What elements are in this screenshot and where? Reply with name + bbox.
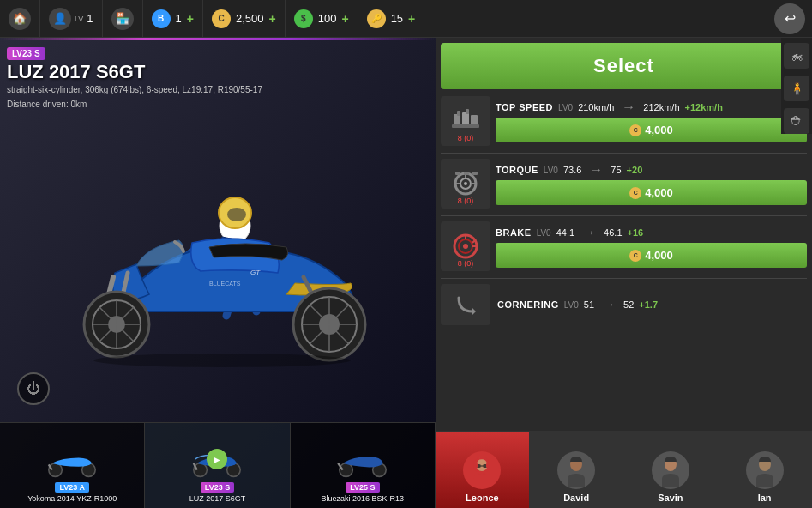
svg-rect-52 bbox=[486, 463, 490, 468]
torque-lv: LV0 bbox=[544, 166, 558, 175]
driver-ian-name: Ian bbox=[758, 493, 772, 503]
carousel-item-2[interactable]: LV25 S Bluezaki 2016 BSK-R13 bbox=[291, 423, 436, 508]
key-plus[interactable]: + bbox=[408, 12, 415, 26]
cornering-icon bbox=[452, 291, 479, 318]
svg-text:GT: GT bbox=[250, 269, 261, 276]
driver-leonce-avatar bbox=[463, 451, 501, 489]
drivers-row: Leonce David Savin bbox=[436, 431, 812, 508]
driver-ian[interactable]: Ian bbox=[718, 432, 812, 508]
mini-bike-2 bbox=[333, 442, 393, 481]
top-speed-label: TOP SPEED bbox=[496, 102, 553, 112]
cornering-lv: LV0 bbox=[564, 300, 579, 310]
carousel-name-0: Yokoma 2014 YKZ-R1000 bbox=[27, 494, 117, 503]
carousel-item-0[interactable]: LV23 A Yokoma 2014 YKZ-R1000 bbox=[0, 423, 145, 508]
driver-savin-name: Savin bbox=[658, 493, 683, 503]
bike-display: GT BLUECATS bbox=[0, 89, 436, 439]
home-button[interactable]: 🏠 bbox=[0, 0, 40, 37]
cash-plus[interactable]: + bbox=[341, 12, 348, 26]
driver-leonce-name: Leonce bbox=[466, 493, 499, 503]
cornering-info: CORNERING LV0 51 → 52 +1.7 bbox=[497, 297, 807, 312]
helmet-tab-icon[interactable]: ⛑ bbox=[784, 108, 809, 134]
brake-info: BRAKE LV0 44.1 → 46.1 +16 C 4,000 bbox=[496, 225, 807, 268]
torque-cost: 4,000 bbox=[645, 186, 673, 199]
svg-point-35 bbox=[464, 182, 467, 185]
blueprint-counter: B 1 + bbox=[143, 0, 203, 37]
top-speed-icon-box: 8 (0) bbox=[441, 96, 490, 146]
topbar: 🏠 👤 LV 1 🏪 B 1 + C 2,500 + $ 100 + 🔑 15 … bbox=[0, 0, 812, 38]
engine-icon bbox=[450, 106, 481, 136]
driver-ian-avatar bbox=[746, 451, 784, 489]
carousel-lv-1: LV23 S bbox=[201, 482, 234, 493]
svg-text:BLUECATS: BLUECATS bbox=[209, 281, 241, 287]
coin-icon: C bbox=[212, 9, 231, 28]
leonce-avatar-img bbox=[465, 453, 499, 487]
brake-icon bbox=[450, 231, 481, 262]
torque-count: 8 (0) bbox=[458, 197, 474, 205]
bike-svg: GT BLUECATS bbox=[38, 144, 398, 384]
svg-point-20 bbox=[49, 463, 63, 477]
top-speed-upgrade-btn[interactable]: C 4,000 bbox=[496, 118, 807, 142]
top-speed-count: 8 (0) bbox=[458, 134, 474, 142]
torque-from: 73.6 bbox=[563, 165, 581, 175]
torque-upgrade-btn[interactable]: C 4,000 bbox=[496, 180, 807, 205]
driver-david[interactable]: David bbox=[530, 432, 624, 508]
blueprint-count: 1 bbox=[176, 12, 182, 25]
bike-info: LV23 S LUZ 2017 S6GT straight-six-cylind… bbox=[7, 45, 262, 111]
cash-amount: 100 bbox=[318, 12, 337, 25]
cash-icon: $ bbox=[294, 9, 313, 28]
cornering-icon-box bbox=[441, 284, 490, 325]
brake-lv: LV0 bbox=[537, 228, 551, 238]
coin-counter: C 2,500 + bbox=[203, 0, 286, 37]
top-speed-coin-icon: C bbox=[629, 124, 641, 136]
brake-coin-icon: C bbox=[629, 250, 641, 262]
cash-counter: $ 100 + bbox=[286, 0, 358, 37]
svg-rect-40 bbox=[464, 172, 469, 175]
back-button[interactable]: ↩ bbox=[774, 3, 805, 34]
torque-coin-icon: C bbox=[629, 187, 641, 199]
right-tabs: 🏍 🧍 ⛑ bbox=[781, 38, 812, 134]
play-button[interactable]: ▶ bbox=[207, 449, 227, 469]
brake-section: 8 (0) BRAKE LV0 44.1 → 46.1 +16 C 4,000 bbox=[436, 218, 812, 275]
cornering-to: 52 bbox=[623, 299, 634, 310]
brake-label: BRAKE bbox=[496, 227, 532, 238]
carousel-item-1[interactable]: ▶ LV23 S LUZ 2017 S6GT bbox=[145, 423, 290, 508]
top-speed-to: 212km/h bbox=[643, 102, 679, 112]
driver-savin[interactable]: Savin bbox=[624, 432, 719, 508]
top-speed-lv: LV0 bbox=[558, 103, 573, 112]
driver-leonce[interactable]: Leonce bbox=[436, 432, 530, 508]
bike-specs-line1: straight-six-cylinder, 306kg (674lbs), 6… bbox=[7, 84, 262, 96]
key-counter: 🔑 15 + bbox=[358, 0, 425, 37]
svg-rect-39 bbox=[455, 172, 460, 175]
brake-cost: 4,000 bbox=[645, 249, 673, 262]
blueprint-icon: B bbox=[152, 9, 171, 28]
driver-savin-avatar bbox=[652, 451, 689, 489]
player-profile[interactable]: 👤 LV 1 bbox=[40, 0, 103, 37]
driver-david-avatar bbox=[557, 451, 595, 489]
torque-info: TORQUE LV0 73.6 → 75 +20 C 4,000 bbox=[496, 162, 807, 205]
divider-2 bbox=[441, 215, 807, 216]
blueprint-plus[interactable]: + bbox=[187, 12, 194, 26]
power-button[interactable]: ⏻ bbox=[17, 372, 50, 405]
rider-tab-icon[interactable]: 🧍 bbox=[784, 76, 809, 101]
brake-upgrade-btn[interactable]: C 4,000 bbox=[496, 243, 807, 268]
home-icon: 🏠 bbox=[9, 8, 31, 30]
torque-gain: +20 bbox=[627, 165, 643, 175]
cornering-label: CORNERING bbox=[497, 299, 559, 310]
top-speed-gain: +12km/h bbox=[685, 102, 723, 112]
torque-label: TORQUE bbox=[496, 165, 538, 175]
player-icon: 👤 bbox=[49, 8, 71, 30]
coin-plus[interactable]: + bbox=[269, 12, 276, 26]
mini-bike-0 bbox=[42, 442, 102, 481]
savin-avatar-img bbox=[653, 453, 688, 487]
bike-tab-icon[interactable]: 🏍 bbox=[784, 43, 809, 69]
svg-rect-32 bbox=[466, 109, 469, 114]
select-button[interactable]: Select bbox=[441, 43, 807, 89]
driver-david-name: David bbox=[563, 493, 589, 503]
svg-rect-28 bbox=[462, 112, 469, 126]
carousel-name-1: LUZ 2017 S6GT bbox=[189, 494, 246, 503]
brake-count: 8 (0) bbox=[458, 259, 474, 268]
top-speed-section: 8 (0) TOP SPEED LV0 210km/h → 212km/h +1… bbox=[436, 93, 812, 149]
brake-icon-box: 8 (0) bbox=[441, 221, 490, 271]
top-speed-info: TOP SPEED LV0 210km/h → 212km/h +12km/h … bbox=[496, 100, 807, 142]
storage-button[interactable]: 🏪 bbox=[103, 0, 143, 37]
